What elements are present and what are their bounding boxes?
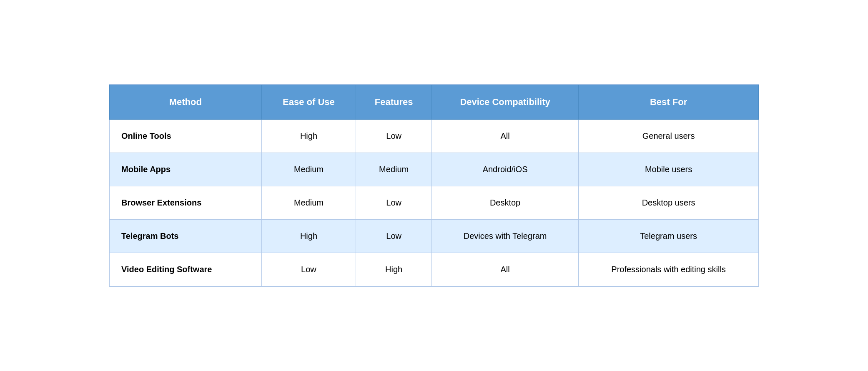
cell-value: Low [356, 220, 432, 253]
cell-value: All [431, 120, 578, 153]
cell-value: Low [356, 186, 432, 220]
header-best-for: Best For [579, 85, 759, 120]
cell-value: Desktop [431, 186, 578, 220]
cell-value: Medium [261, 186, 356, 220]
cell-method: Browser Extensions [110, 186, 262, 220]
table-row: Telegram BotsHighLowDevices with Telegra… [110, 220, 759, 253]
cell-value: Professionals with editing skills [579, 253, 759, 286]
cell-value: All [431, 253, 578, 286]
cell-value: Devices with Telegram [431, 220, 578, 253]
cell-method: Telegram Bots [110, 220, 262, 253]
table-row: Online ToolsHighLowAllGeneral users [110, 120, 759, 153]
cell-value: Desktop users [579, 186, 759, 220]
cell-value: High [261, 220, 356, 253]
cell-value: Low [261, 253, 356, 286]
header-features: Features [356, 85, 432, 120]
cell-value: Low [356, 120, 432, 153]
cell-value: Mobile users [579, 153, 759, 186]
cell-value: Telegram users [579, 220, 759, 253]
cell-method: Video Editing Software [110, 253, 262, 286]
table-header-row: Method Ease of Use Features Device Compa… [110, 85, 759, 120]
cell-method: Mobile Apps [110, 153, 262, 186]
table-row: Mobile AppsMediumMediumAndroid/iOSMobile… [110, 153, 759, 186]
header-device-compatibility: Device Compatibility [431, 85, 578, 120]
cell-value: High [261, 120, 356, 153]
table-row: Browser ExtensionsMediumLowDesktopDeskto… [110, 186, 759, 220]
cell-value: Medium [261, 153, 356, 186]
cell-value: General users [579, 120, 759, 153]
cell-value: High [356, 253, 432, 286]
cell-method: Online Tools [110, 120, 262, 153]
cell-value: Android/iOS [431, 153, 578, 186]
comparison-table: Method Ease of Use Features Device Compa… [109, 84, 759, 287]
cell-value: Medium [356, 153, 432, 186]
header-method: Method [110, 85, 262, 120]
table-row: Video Editing SoftwareLowHighAllProfessi… [110, 253, 759, 286]
header-ease-of-use: Ease of Use [261, 85, 356, 120]
